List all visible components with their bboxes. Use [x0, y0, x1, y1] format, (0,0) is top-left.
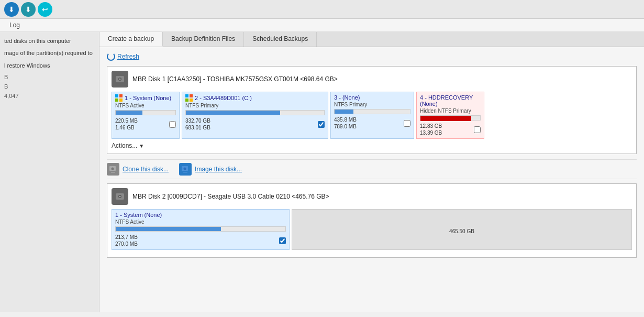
disk1-p3-bar: [334, 109, 410, 114]
disk1-p2-size: 332.70 GB 683.01 GB: [185, 117, 210, 131]
disk1-header: MBR Disk 1 [C1AA3250] - TOSHIBA MK7575GS…: [112, 71, 632, 88]
menu-log[interactable]: Log: [4, 20, 25, 30]
svg-rect-4: [119, 94, 123, 97]
refresh-label: Refresh: [117, 53, 139, 60]
disk1-container: MBR Disk 1 [C1AA3250] - TOSHIBA MK7575GS…: [107, 66, 637, 154]
disk1-p2-size2: 683.01 GB: [185, 124, 210, 131]
disk1-p3-sizes: 435.8 MB 789.0 MB: [334, 116, 410, 130]
icon-btn-2[interactable]: ⬇: [21, 2, 36, 17]
disk1-p2-bar-fill: [186, 111, 280, 115]
tab-scheduled-backups[interactable]: Scheduled Backups: [244, 32, 317, 47]
actions-label: Actions...: [112, 142, 137, 149]
disk1-title: MBR Disk 1 [C1AA3250] - TOSHIBA MK7575GS…: [132, 75, 338, 83]
disk1-actions-row: Actions... ▼: [112, 142, 632, 149]
image-disk-button[interactable]: Image this disk...: [179, 163, 242, 176]
disk1-p4-size2: 13.39 GB: [420, 129, 442, 136]
content-area: Refresh MBR Disk 1 [C1AA3250] - TOSHIBA …: [99, 47, 644, 268]
sidebar-num-1: B: [4, 74, 95, 80]
disk1-p4-size: 12.83 GB 13.39 GB: [420, 123, 442, 136]
right-content: Create a backup Backup Definition Files …: [99, 32, 644, 312]
disk1-p1-bar-fill: [116, 111, 142, 115]
disk1-p1-size1: 220.5 MB: [115, 117, 138, 124]
disk1-partitions-row: 1 - System (None) NTFS Active 220.5 MB 1…: [112, 92, 632, 139]
top-bar: ⬇ ⬇ ↩: [0, 0, 644, 19]
refresh-button[interactable]: Refresh: [107, 52, 139, 61]
disk1-p1-name: 1 - System (None): [125, 95, 171, 101]
disk1-p4-size1: 12.83 GB: [420, 123, 442, 129]
svg-rect-6: [119, 99, 123, 102]
disk2-title: MBR Disk 2 [0009DCD7] - Seagate USB 3.0 …: [132, 193, 329, 200]
disk2-p1-size: 213,7 MB 270.0 MB: [115, 234, 138, 247]
disk1-p1-sizes: 220.5 MB 1.46 GB: [115, 117, 176, 131]
top-icons: ⬇ ⬇ ↩: [4, 2, 52, 17]
disk1-partition-3: 3 - (None) NTFS Primary 435.8 MB 789.0 M…: [330, 92, 414, 139]
svg-rect-3: [115, 94, 118, 97]
icon-btn-1[interactable]: ⬇: [4, 2, 19, 17]
menu-bar: Log: [0, 19, 644, 32]
disk2-p1-sizes: 213,7 MB 270.0 MB: [115, 234, 286, 247]
disk1-p3-header: 3 - (None): [334, 94, 410, 101]
disk1-p1-size: 220.5 MB 1.46 GB: [115, 117, 138, 131]
main-layout: ted disks on this computer mage of the p…: [0, 32, 644, 312]
disk1-p4-checkbox[interactable]: [474, 126, 481, 133]
disk1-p2-checkbox[interactable]: [318, 121, 325, 128]
disk2-header: MBR Disk 2 [0009DCD7] - Seagate USB 3.0 …: [112, 188, 632, 205]
sidebar-text-3: l restore Windows: [4, 62, 95, 70]
refresh-icon: [107, 52, 115, 61]
svg-point-12: [112, 168, 114, 170]
tab-create-backup[interactable]: Create a backup: [99, 32, 163, 47]
sidebar-num-2: B: [4, 83, 95, 90]
tab-backup-definition[interactable]: Backup Definition Files: [163, 32, 244, 47]
disk1-p4-name: 4 - HDDRECOVERY (None): [420, 94, 481, 107]
clone-label: Clone this disk...: [123, 166, 169, 173]
clone-image-row: Clone this disk... Image this disk...: [107, 159, 637, 179]
disk1-partition-2: 2 - S3A4489D001 (C:) NTFS Primary 332.70…: [182, 92, 328, 139]
left-sidebar: ted disks on this computer mage of the p…: [0, 32, 99, 312]
disk2-p1-size2: 270.0 MB: [115, 241, 138, 247]
svg-point-2: [119, 79, 121, 80]
disk2-icon: [112, 188, 128, 205]
disk2-container: MBR Disk 2 [0009DCD7] - Seagate USB 3.0 …: [107, 183, 637, 258]
windows-icon-p2: [185, 94, 193, 102]
svg-rect-16: [183, 172, 187, 173]
svg-rect-7: [185, 94, 188, 97]
disk1-actions-button[interactable]: Actions... ▼: [112, 142, 144, 149]
disk1-p2-header: 2 - S3A4489D001 (C:): [185, 94, 325, 102]
disk2-partitions-row: 1 - System (None) NTFS Active 213,7 MB 2…: [112, 209, 632, 250]
clone-disk-button[interactable]: Clone this disk...: [107, 163, 169, 176]
disk1-p2-sizes: 332.70 GB 683.01 GB: [185, 117, 325, 131]
disk2-partition-1: 1 - System (None) NTFS Active 213,7 MB 2…: [112, 209, 290, 250]
disk1-p2-size1: 332.70 GB: [185, 117, 210, 124]
image-icon: [179, 163, 192, 176]
disk1-p4-bar: [420, 115, 481, 121]
disk1-p2-type: NTFS Primary: [185, 103, 325, 108]
disk1-p2-name: 2 - S3A4489D001 (C:): [195, 95, 252, 101]
disk1-p1-size2: 1.46 GB: [115, 124, 138, 131]
svg-rect-9: [185, 99, 188, 102]
disk1-p1-type: NTFS Active: [115, 103, 176, 108]
svg-rect-8: [190, 94, 193, 97]
svg-point-15: [184, 168, 186, 170]
disk1-p1-checkbox[interactable]: [169, 121, 176, 128]
image-label: Image this disk...: [195, 166, 242, 173]
disk1-p4-type: Hidden NTFS Primary: [420, 108, 481, 114]
sidebar-num-3: 4,047: [4, 93, 95, 99]
svg-rect-13: [111, 172, 115, 173]
disk2-p1-bar: [115, 226, 286, 232]
disk1-icon: [112, 71, 128, 88]
disk1-p3-bar-fill: [335, 110, 353, 114]
disk2-p1-checkbox[interactable]: [279, 237, 286, 244]
disk2-unalloc-size: 465.50 GB: [449, 228, 474, 234]
svg-point-19: [119, 196, 121, 198]
disk1-p4-bar-fill: [420, 116, 471, 121]
svg-rect-5: [115, 99, 118, 102]
disk1-p3-checkbox[interactable]: [404, 120, 410, 127]
clone-icon: [107, 163, 119, 176]
sidebar-text-1: ted disks on this computer: [4, 37, 95, 45]
disk1-p3-size2: 789.0 MB: [334, 123, 357, 130]
disk2-p1-name: 1 - System (None): [115, 212, 162, 218]
icon-btn-3[interactable]: ↩: [38, 2, 52, 17]
disk1-p2-bar: [185, 110, 325, 115]
disk1-p3-type: NTFS Primary: [334, 102, 410, 107]
disk2-unallocated: 465.50 GB: [292, 209, 632, 250]
